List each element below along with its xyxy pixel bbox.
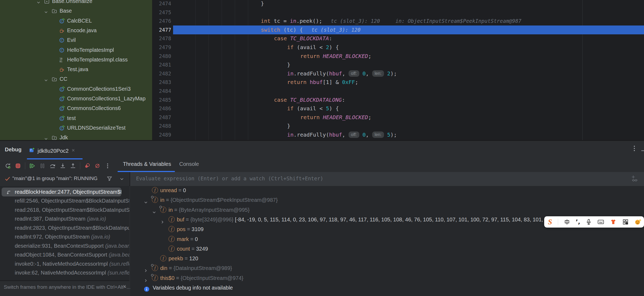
variable-row[interactable]: fin = {ByteArrayInputStream@995} <box>130 205 644 215</box>
resume-button[interactable] <box>28 160 37 171</box>
code-token: case <box>274 35 287 42</box>
variable-row[interactable]: fcount = 3249 <box>130 244 644 254</box>
step-over-button[interactable] <box>48 160 57 171</box>
stop-button[interactable] <box>13 160 23 171</box>
chevron-right-icon[interactable] <box>160 217 164 224</box>
view-breakpoints-button[interactable] <box>83 160 92 171</box>
tree-item-calcbcel[interactable]: CCalcBCEL <box>0 16 152 26</box>
field-icon: f <box>169 246 175 252</box>
code-line[interactable]: len = Bits.getInt(hbuf, off: 1); <box>182 139 644 140</box>
code-line[interactable]: in.readFully(hbuf, off: 0, len: 5); <box>182 130 644 139</box>
field-overlay-icon <box>151 264 153 266</box>
chevron-down-icon[interactable] <box>152 208 156 215</box>
tree-item-jdk[interactable]: Jdk <box>0 133 152 140</box>
step-into-button[interactable] <box>58 160 67 171</box>
chevron-down-icon[interactable] <box>120 177 124 182</box>
code-line[interactable]: switch (tc) {tc (slot_3): 120 <box>182 25 644 34</box>
microphone-icon[interactable] <box>586 218 592 226</box>
variable-row[interactable]: funread = 0 <box>130 186 644 195</box>
variable-row[interactable]: fthis$0 = {ObjectInputStream@974} <box>130 273 644 283</box>
tree-item-test[interactable]: Ctest <box>0 114 152 123</box>
evaluate-expression-input[interactable]: Evaluate expression (Enter) or add a wat… <box>130 172 644 186</box>
tree-item-encode-java[interactable]: Encode.java <box>0 26 152 36</box>
chevron-down-icon[interactable] <box>144 198 148 205</box>
code-line[interactable]: if (avail < 5) { <box>182 104 644 113</box>
frame-row[interactable]: readInt:972, ObjectInputStream (java.io) <box>0 232 129 242</box>
tree-item-hellotemplatesimpl[interactable]: CHelloTemplatesImpl <box>0 46 152 55</box>
chevron-right-icon[interactable] <box>144 266 148 273</box>
skin-icon[interactable] <box>610 218 617 226</box>
more-options-icon[interactable] <box>632 145 637 153</box>
code-line[interactable]: case TC_BLOCKDATA: <box>182 34 644 43</box>
code-token: tc = <box>270 18 290 24</box>
tab-console[interactable]: Console <box>179 161 199 167</box>
close-icon[interactable] <box>71 148 75 153</box>
step-out-button[interactable] <box>68 160 78 171</box>
code-editor[interactable]: 2474}24752476int tc = in.peek();tc (slot… <box>153 0 644 140</box>
chevron-down-icon[interactable] <box>44 9 48 16</box>
frame-row[interactable]: readInt:387, DataInputStream (java.io) <box>0 214 129 224</box>
emoji-icon[interactable] <box>634 218 641 226</box>
thread-status[interactable]: "main"@1 in group "main": RUNNING <box>0 172 129 186</box>
variable-row[interactable]: Variables debug info not available <box>130 283 644 293</box>
toolbar-separator <box>80 162 80 169</box>
rerun-debug-button[interactable] <box>3 160 12 171</box>
add-to-watches-icon[interactable] <box>630 175 638 183</box>
variable-info-text: Variables debug info not available <box>153 283 233 293</box>
chevron-right-icon[interactable] <box>144 276 148 283</box>
session-tab[interactable]: jdk8u20Poc2 <box>29 144 75 157</box>
frame-row[interactable]: refill:2546, ObjectInputStream$BlockData… <box>0 196 129 206</box>
pause-button[interactable] <box>38 160 47 171</box>
frame-row[interactable]: invoke:62, NativeMethodAccessorImpl (sun… <box>0 268 129 277</box>
field-overlay-icon <box>151 274 153 276</box>
hide-panel-icon[interactable] <box>641 150 644 151</box>
code-line[interactable]: return HEADER_BLOCKED; <box>182 113 644 122</box>
code-line[interactable]: if (avail < 2) { <box>182 43 644 52</box>
keyboard-icon[interactable] <box>597 218 604 226</box>
variable-row[interactable]: fin = {ObjectInputStream$PeekInputStream… <box>130 195 644 205</box>
tab-threads-variables[interactable]: Threads & Variables <box>123 161 171 167</box>
tree-item-urldnsdeserializetest[interactable]: CURLDNSDeserializeTest <box>0 123 152 133</box>
tree-item-cc[interactable]: CC <box>0 75 152 84</box>
punctuation-icon[interactable]: ’, <box>576 218 580 226</box>
tree-item-base-unserialize[interactable]: Base.Unserialize <box>0 0 152 6</box>
mute-breakpoints-button[interactable] <box>93 160 102 171</box>
variable-row[interactable]: fmark = 0 <box>130 234 644 244</box>
code-token: switch <box>261 27 280 33</box>
frame-row[interactable]: invoke0:-1, NativeMethodAccessorImpl (su… <box>0 260 129 269</box>
frame-row[interactable]: read:2618, ObjectInputStream$BlockDataIn… <box>0 206 129 215</box>
chinese-mode-icon[interactable] <box>564 218 570 226</box>
chevron-down-icon[interactable] <box>44 78 48 84</box>
tree-item-evil[interactable]: CEvil <box>0 36 152 45</box>
ime-toolbar[interactable]: S’, <box>544 216 644 228</box>
code-line[interactable]: } <box>182 60 644 69</box>
more-button[interactable] <box>103 160 112 171</box>
code-line[interactable]: case TC_BLOCKDATALONG: <box>182 96 644 104</box>
code-line[interactable]: } <box>182 0 644 8</box>
tree-item-commonscollections1-lazymap[interactable]: CCommonsCollections1_LazyMap <box>0 94 152 104</box>
chevron-down-icon[interactable] <box>44 136 48 140</box>
toolbox-icon[interactable] <box>622 218 629 226</box>
code-line[interactable]: in.readFully(hbuf, off: 0, len: 2); <box>182 69 644 78</box>
frame-row[interactable]: readInt:2823, ObjectInputStream$BlockDat… <box>0 224 129 233</box>
chevron-down-icon[interactable] <box>36 0 41 6</box>
code-line[interactable]: return hbuf[1] & 0xFF; <box>182 78 644 87</box>
filter-icon[interactable] <box>106 176 113 183</box>
variable-row[interactable]: fpeekb = 120 <box>130 254 644 263</box>
code-line[interactable]: return HEADER_BLOCKED; <box>182 52 644 61</box>
frame-row[interactable]: readBlockHeader:2477, ObjectInputStream$… <box>2 188 121 197</box>
tree-item-label: CommonsCollections1_LazyMap <box>67 96 145 102</box>
tree-item-commoncollections1seri3[interactable]: CCommonCollections1Seri3 <box>0 85 152 94</box>
code-line[interactable]: } <box>182 122 644 130</box>
frame-row[interactable]: readObject:1084, BeanContextSupport (jav… <box>0 250 129 260</box>
frame-row[interactable]: deserialize:931, BeanContextSupport (jav… <box>0 242 129 251</box>
tree-item-commonscollections6[interactable]: CCommonsCollections6 <box>0 104 152 114</box>
tree-item-base[interactable]: Base <box>0 6 152 16</box>
tree-item-hellotemplatesimpl-class[interactable]: 1001HelloTemplatesImpl.class <box>0 55 152 65</box>
close-icon[interactable] <box>122 284 127 290</box>
sogou-logo-icon[interactable]: S <box>548 218 552 226</box>
tree-item-test-java[interactable]: Test.java <box>0 65 152 75</box>
variable-row[interactable]: fdin = {DataInputStream@989} <box>130 263 644 273</box>
code-line[interactable]: int tc = in.peek();tc (slot_3): 120in: O… <box>182 17 644 25</box>
svg-text:01: 01 <box>60 60 62 63</box>
